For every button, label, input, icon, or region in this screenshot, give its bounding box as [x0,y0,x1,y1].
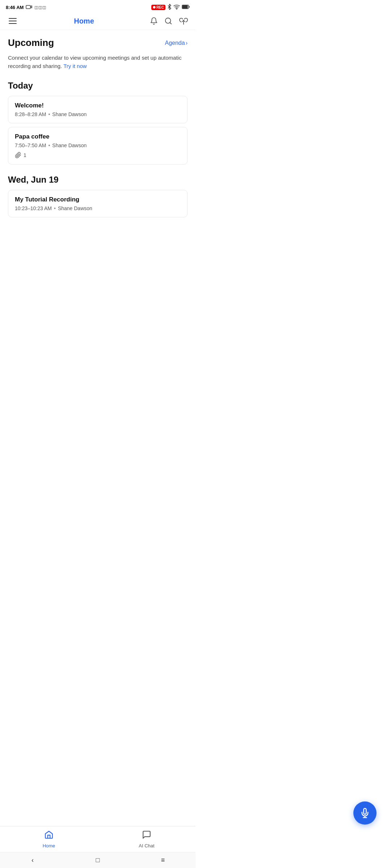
meeting-time-welcome: 8:28–8:28 AM [15,111,46,117]
signal-icon: ◫◫◫ [34,5,46,10]
meeting-card-papa-coffee[interactable]: Papa coffee 7:50–7:50 AM • Shane Dawson … [8,127,188,165]
meeting-host-tutorial: Shane Dawson [58,205,92,211]
status-bar: 8:46 AM ◫◫◫ REC [0,0,196,13]
meeting-meta-welcome: 8:28–8:28 AM • Shane Dawson [15,111,181,117]
svg-rect-4 [182,5,188,8]
wed-jun19-title: Wed, Jun 19 [8,175,188,185]
rec-badge: REC [151,5,165,10]
meeting-title-welcome: Welcome! [15,102,181,109]
upcoming-description: Connect your calendar to view upcoming m… [8,54,188,71]
meeting-card-tutorial[interactable]: My Tutorial Recording 10:23–10:23 AM • S… [8,190,188,217]
bluetooth-icon [167,4,172,11]
meeting-time-tutorial: 10:23–10:23 AM [15,205,52,211]
search-button[interactable] [164,17,172,25]
svg-rect-0 [26,5,30,9]
meeting-clips-row: 1 [15,152,181,158]
nav-title: Home [74,17,94,25]
upcoming-header: Upcoming Agenda › [8,37,188,48]
meeting-host-papa-coffee: Shane Dawson [52,142,87,148]
notification-button[interactable] [150,17,158,25]
meeting-time-papa-coffee: 7:50–7:50 AM [15,142,46,148]
camera-icon [26,5,32,10]
clip-count-papa-coffee: 1 [24,152,26,158]
battery-icon [182,5,190,10]
wifi-icon [173,4,180,10]
wed-jun19-section: Wed, Jun 19 My Tutorial Recording 10:23–… [8,175,188,217]
separator: • [48,111,50,117]
nav-icons [150,17,188,25]
upcoming-section: Upcoming Agenda › Connect your calendar … [8,37,188,71]
meeting-meta-tutorial: 10:23–10:23 AM • Shane Dawson [15,205,181,211]
main-content: Upcoming Agenda › Connect your calendar … [0,30,196,264]
menu-button[interactable] [7,17,18,25]
meeting-title-tutorial: My Tutorial Recording [15,196,181,203]
svg-line-7 [170,22,171,24]
upcoming-title: Upcoming [8,37,54,48]
top-nav: Home [0,13,196,30]
svg-point-1 [153,6,155,9]
separator: • [48,142,50,148]
today-title: Today [8,81,188,91]
meeting-host-welcome: Shane Dawson [52,111,87,117]
status-left: 8:46 AM ◫◫◫ [6,5,46,10]
svg-rect-5 [189,6,190,8]
status-right: REC [151,4,190,11]
upload-button[interactable] [179,17,188,25]
svg-point-2 [176,9,177,9]
today-section: Today Welcome! 8:28–8:28 AM • Shane Daws… [8,81,188,165]
status-time: 8:46 AM [6,5,24,10]
menu-notification-dot [11,17,19,17]
try-it-now-link[interactable]: Try it now [63,63,87,69]
agenda-link[interactable]: Agenda › [165,40,188,46]
meeting-card-welcome[interactable]: Welcome! 8:28–8:28 AM • Shane Dawson [8,96,188,123]
meeting-title-papa-coffee: Papa coffee [15,133,181,140]
separator: • [54,205,56,211]
clip-icon [15,152,21,158]
meeting-meta-papa-coffee: 7:50–7:50 AM • Shane Dawson [15,142,181,148]
